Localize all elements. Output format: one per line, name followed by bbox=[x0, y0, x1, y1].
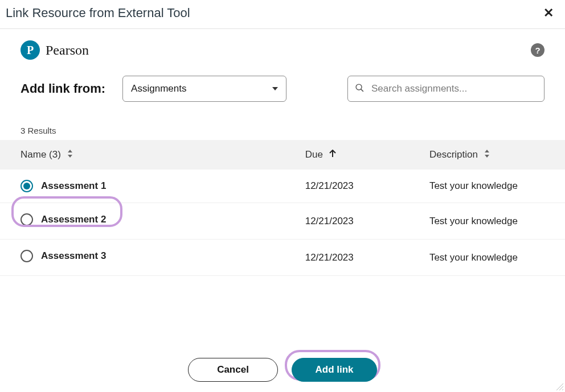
source-dropdown-value: Assignments bbox=[131, 83, 186, 94]
due-date: 12/21/2023 bbox=[305, 170, 429, 203]
sort-icon bbox=[484, 151, 490, 159]
description-text: Test your knowledge bbox=[429, 170, 565, 203]
modal-titlebar: Link Resource from External Tool ✕ bbox=[0, 0, 565, 29]
results-count: 3 Results bbox=[21, 126, 544, 135]
results-table: Name (3) Due Description bbox=[0, 140, 565, 276]
radio-button[interactable] bbox=[21, 250, 33, 262]
cancel-button[interactable]: Cancel bbox=[188, 358, 278, 382]
brand-logo: P Pearson bbox=[21, 40, 89, 60]
assessment-name: Assessment 1 bbox=[41, 180, 106, 192]
svg-marker-2 bbox=[68, 150, 72, 152]
column-header-due[interactable]: Due bbox=[305, 140, 429, 170]
resize-grip-icon[interactable] bbox=[555, 382, 564, 391]
column-header-description[interactable]: Description bbox=[429, 140, 565, 170]
table-row[interactable]: Assessment 2 12/21/2023 Test your knowle… bbox=[0, 203, 565, 240]
assessment-name: Assessment 2 bbox=[41, 214, 106, 225]
sort-icon bbox=[67, 151, 73, 159]
help-icon[interactable]: ? bbox=[531, 43, 544, 57]
svg-line-9 bbox=[562, 389, 563, 390]
add-link-from-label: Add link from: bbox=[21, 81, 105, 96]
chevron-down-icon bbox=[272, 87, 278, 90]
close-icon[interactable]: ✕ bbox=[540, 6, 557, 20]
column-header-name[interactable]: Name (3) bbox=[0, 140, 305, 170]
pearson-logo-icon: P bbox=[21, 40, 40, 60]
add-link-button[interactable]: Add link bbox=[292, 358, 377, 382]
table-row[interactable]: Assessment 1 12/21/2023 Test your knowle… bbox=[0, 170, 565, 203]
sort-asc-icon bbox=[329, 151, 336, 159]
svg-marker-6 bbox=[485, 155, 489, 158]
radio-button[interactable] bbox=[21, 213, 33, 226]
brand-name: Pearson bbox=[46, 43, 89, 58]
source-dropdown[interactable]: Assignments bbox=[122, 76, 286, 102]
svg-marker-5 bbox=[485, 150, 489, 152]
search-input[interactable] bbox=[370, 82, 537, 95]
svg-line-7 bbox=[556, 383, 563, 390]
search-field-wrapper[interactable] bbox=[347, 76, 544, 102]
description-text: Test your knowledge bbox=[429, 240, 565, 276]
table-row[interactable]: Assessment 3 12/21/2023 Test your knowle… bbox=[0, 240, 565, 276]
assessment-name: Assessment 3 bbox=[41, 250, 106, 262]
due-date: 12/21/2023 bbox=[305, 240, 429, 276]
due-date: 12/21/2023 bbox=[305, 203, 429, 240]
modal-title: Link Resource from External Tool bbox=[6, 6, 190, 20]
search-icon bbox=[355, 83, 365, 95]
svg-point-0 bbox=[356, 84, 362, 90]
footer-actions: Cancel Add link bbox=[0, 358, 565, 382]
description-text: Test your knowledge bbox=[429, 203, 565, 240]
svg-line-1 bbox=[361, 89, 363, 91]
radio-button[interactable] bbox=[21, 180, 33, 192]
svg-marker-3 bbox=[68, 155, 72, 158]
